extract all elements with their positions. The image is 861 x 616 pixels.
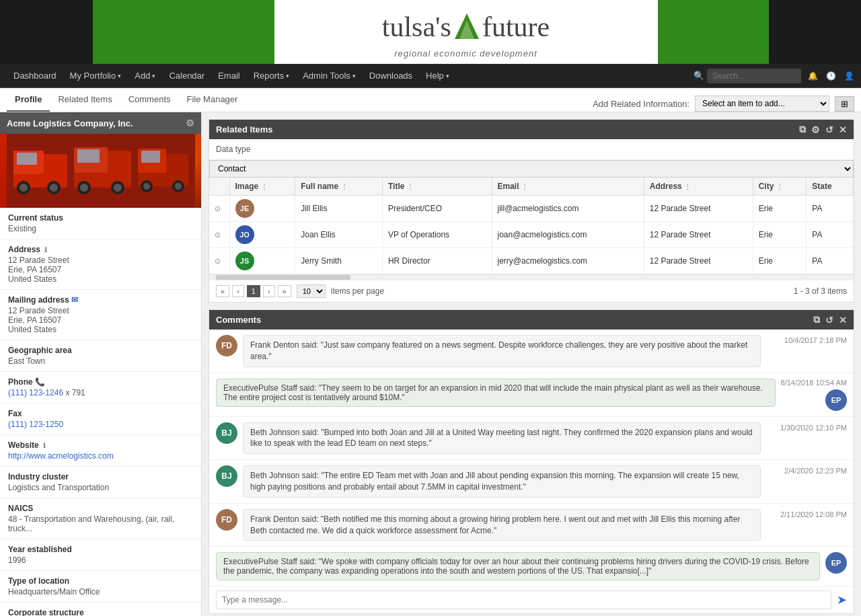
nav-reports[interactable]: Reports ▾ bbox=[247, 64, 297, 88]
col-resize-icon[interactable]: ⋮ bbox=[407, 183, 414, 190]
svg-rect-12 bbox=[77, 149, 100, 163]
clock-icon[interactable]: 🕐 bbox=[826, 71, 836, 81]
tab-comments[interactable]: Comments bbox=[120, 87, 179, 112]
col-header-fullname: Full name ⋮ bbox=[295, 178, 383, 196]
first-page-btn[interactable]: « bbox=[216, 285, 229, 297]
per-page-select[interactable]: 10 25 50 bbox=[297, 284, 326, 298]
chevron-down-icon: ▾ bbox=[152, 73, 155, 79]
refresh-icon[interactable]: ↺ bbox=[825, 315, 833, 325]
comment-timestamp: 8/14/2018 10:54 AM bbox=[781, 379, 847, 387]
sidebar-field-naics: NAICS 48 - Transportation and Warehousin… bbox=[0, 498, 201, 539]
last-page-btn[interactable]: » bbox=[278, 285, 291, 297]
nav-dashboard[interactable]: Dashboard bbox=[7, 64, 63, 88]
avatar: FD bbox=[216, 335, 237, 356]
row-menu-icon[interactable]: ⊙ bbox=[215, 204, 221, 213]
comment-timestamp: 10/4/2017 2:18 PM bbox=[766, 335, 847, 344]
data-type-select[interactable]: Contact bbox=[209, 160, 854, 178]
col-resize-icon[interactable]: ⋮ bbox=[261, 183, 268, 190]
avatar: BJ bbox=[216, 422, 237, 444]
nav-calendar[interactable]: Calendar bbox=[162, 64, 211, 88]
svg-point-16 bbox=[114, 184, 122, 192]
avatar: JO bbox=[235, 225, 254, 244]
comment-bubble: Beth Johnson said: "The entire ED Team m… bbox=[243, 465, 761, 498]
contact-address: 12 Parade Street bbox=[644, 196, 753, 222]
nav-help[interactable]: Help ▾ bbox=[419, 64, 456, 88]
panel-header-icons: ⧉ ↺ ✕ bbox=[813, 314, 847, 325]
company-name: Acme Logistics Company, Inc. bbox=[7, 118, 133, 128]
contact-email: joan@acmelogistics.com bbox=[492, 222, 644, 248]
svg-point-23 bbox=[175, 183, 182, 190]
chevron-down-icon: ▾ bbox=[446, 73, 449, 79]
nav-admin[interactable]: Admin Tools ▾ bbox=[296, 64, 363, 88]
tab-file-manager[interactable]: File Manager bbox=[179, 87, 246, 112]
user-icon[interactable]: 👤 bbox=[844, 71, 854, 81]
banner-left-green bbox=[93, 0, 274, 64]
row-menu-icon[interactable]: ⊙ bbox=[215, 231, 221, 239]
comments-header: Comments ⧉ ↺ ✕ bbox=[209, 310, 854, 330]
col-resize-icon[interactable]: ⋮ bbox=[521, 183, 528, 190]
contact-title: VP of Operations bbox=[382, 222, 492, 248]
table-row: ⊙ JO Joan Ellis VP of Operations joan@ac… bbox=[209, 222, 854, 248]
col-resize-icon[interactable]: ⋮ bbox=[776, 183, 783, 190]
contact-state: PA bbox=[807, 196, 854, 222]
sidebar-field-corporate: Corporate structure Corporation (C-Type) bbox=[0, 603, 201, 616]
col-resize-icon[interactable]: ⋮ bbox=[684, 183, 691, 190]
contact-title: HR Director bbox=[382, 248, 492, 274]
banner-right-green bbox=[658, 0, 769, 64]
next-page-btn[interactable]: › bbox=[263, 285, 275, 297]
prev-page-btn[interactable]: ‹ bbox=[232, 285, 244, 297]
close-icon[interactable]: ✕ bbox=[839, 124, 847, 135]
refresh-icon[interactable]: ↺ bbox=[825, 124, 833, 135]
logo-mountain-icon bbox=[454, 12, 480, 40]
comment-timestamp: 2/4/2020 12:23 PM bbox=[766, 465, 847, 475]
avatar: FD bbox=[216, 509, 237, 531]
nav-downloads[interactable]: Downloads bbox=[363, 64, 419, 88]
add-related-select[interactable]: Select an item to add... bbox=[695, 95, 829, 112]
nav-portfolio[interactable]: My Portfolio ▾ bbox=[63, 64, 128, 88]
comment-timestamp: 1/30/2020 12:10 PM bbox=[766, 422, 847, 432]
svg-rect-19 bbox=[141, 151, 160, 163]
contact-address: 12 Parade Street bbox=[644, 222, 753, 248]
logo-text-left: tulsa's bbox=[382, 11, 451, 43]
expand-icon[interactable]: ⧉ bbox=[799, 124, 806, 135]
send-button[interactable]: ➤ bbox=[837, 592, 847, 607]
message-input[interactable] bbox=[216, 590, 831, 609]
email-icon[interactable]: ✉ bbox=[71, 295, 78, 305]
sidebar-field-fax: Fax (111) 123-1250 bbox=[0, 403, 201, 435]
info-icon-website: ℹ bbox=[43, 442, 46, 449]
col-header-city: City ⋮ bbox=[753, 178, 807, 196]
sidebar-field-status: Current status Existing bbox=[0, 208, 201, 239]
nav-add[interactable]: Add ▾ bbox=[128, 64, 162, 88]
add-related-button[interactable]: ⊞ bbox=[835, 96, 854, 112]
comment-item: FD Frank Denton said: "Beth notified me … bbox=[209, 504, 854, 547]
svg-point-9 bbox=[50, 184, 58, 192]
comment-bubble-system: ExecutivePulse Staff said: "They seem to… bbox=[216, 379, 776, 407]
search-input[interactable] bbox=[707, 69, 801, 83]
settings-icon[interactable]: ⚙ bbox=[811, 124, 820, 135]
page-info: 1 - 3 of 3 items bbox=[794, 286, 847, 296]
data-type-label: Data type bbox=[216, 145, 250, 154]
close-icon[interactable]: ✕ bbox=[839, 315, 847, 325]
related-items-header: Related Items ⧉ ⚙ ↺ ✕ bbox=[209, 120, 854, 139]
current-page-btn[interactable]: 1 bbox=[247, 285, 260, 297]
banner-center: tulsa's future regional economic develop… bbox=[274, 0, 658, 64]
col-resize-icon[interactable]: ⋮ bbox=[341, 183, 348, 190]
contact-email: jill@acmelogistics.com bbox=[492, 196, 644, 222]
tab-related-items[interactable]: Related Items bbox=[50, 87, 120, 112]
phone-link[interactable]: (111) 123-1246 bbox=[8, 388, 63, 397]
comment-item: BJ Beth Johnson said: "Bumped into both … bbox=[209, 417, 854, 461]
website-link[interactable]: http://www.acmelogistics.com bbox=[8, 451, 114, 461]
expand-icon[interactable]: ⧉ bbox=[813, 314, 820, 325]
gear-icon[interactable]: ⚙ bbox=[186, 118, 194, 128]
panel-header-icons: ⧉ ⚙ ↺ ✕ bbox=[799, 124, 847, 135]
scrollbar[interactable] bbox=[209, 274, 854, 280]
sidebar-field-geo: Geographic area East Town bbox=[0, 340, 201, 372]
sidebar: Acme Logistics Company, Inc. ⚙ bbox=[0, 112, 202, 616]
row-menu-icon[interactable]: ⊙ bbox=[215, 257, 221, 265]
banner: tulsa's future regional economic develop… bbox=[0, 0, 861, 64]
tab-profile[interactable]: Profile bbox=[7, 87, 50, 112]
nav-email[interactable]: Email bbox=[211, 64, 247, 88]
bell-icon[interactable]: 🔔 bbox=[808, 71, 818, 81]
fax-link[interactable]: (111) 123-1250 bbox=[8, 420, 63, 429]
comment-item: BJ Beth Johnson said: "The entire ED Tea… bbox=[209, 460, 854, 504]
